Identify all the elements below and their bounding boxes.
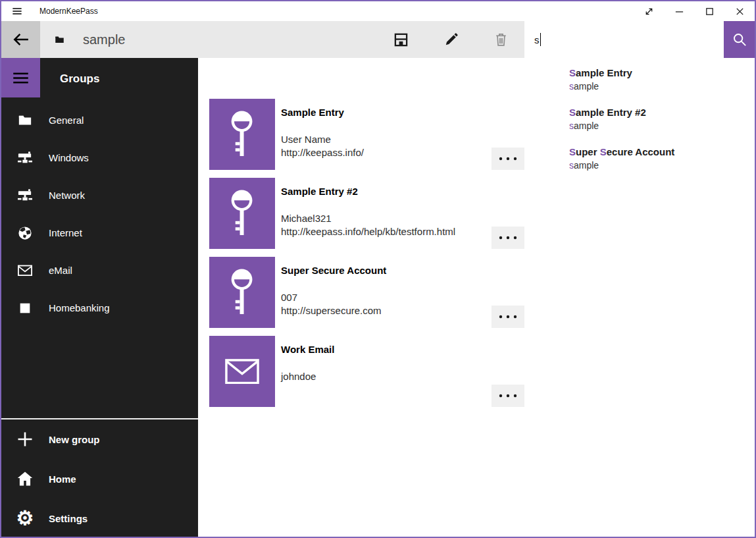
nav-pane-button[interactable]: [1, 58, 40, 97]
sidebar-item-home[interactable]: Home: [1, 459, 198, 498]
entry-more-button[interactable]: [491, 306, 524, 328]
sidebar-item-label: Homebanking: [49, 302, 110, 313]
entry-username: User Name: [281, 133, 364, 146]
sidebar: Groups GeneralWindowsNetworkInterneteMai…: [1, 58, 198, 537]
sidebar-item-settings[interactable]: ⚙Settings: [1, 498, 198, 538]
app-window: ModernKeePass sample s Groups GeneralWin…: [0, 0, 756, 538]
entry-username: johndoe: [281, 370, 334, 383]
ellipsis-icon: [498, 156, 518, 161]
maximize-icon: [705, 7, 715, 16]
group-list: GeneralWindowsNetworkInterneteMailHomeba…: [1, 101, 198, 327]
globe-icon: [17, 226, 33, 240]
folder-icon: [17, 113, 33, 128]
window-controls: [634, 1, 755, 21]
sidebar-item-network[interactable]: Network: [1, 176, 198, 214]
entry-icon-tile: [209, 336, 275, 407]
entry-title: Sample Entry #2: [281, 186, 455, 197]
key-icon: [226, 109, 257, 159]
trash-icon: [493, 32, 509, 47]
title-bar: ModernKeePass: [1, 1, 755, 21]
save-button[interactable]: [384, 21, 417, 58]
entry-text: Sample EntryUser Namehttp://keepass.info…: [281, 99, 364, 170]
back-arrow-icon: [13, 31, 30, 48]
search-icon: [732, 32, 747, 47]
folder-icon: [55, 35, 64, 45]
pencil-icon: [443, 32, 459, 47]
back-button[interactable]: [1, 21, 40, 58]
entry-url: http://keepass.info/: [281, 146, 364, 159]
entry-url: http://keepass.info/help/kb/testform.htm…: [281, 225, 455, 238]
minimize-icon: [674, 7, 684, 16]
entry-more-button[interactable]: [491, 227, 524, 249]
minimize-button[interactable]: [664, 1, 694, 21]
fullscreen-icon: [644, 7, 654, 16]
suggestion-subtitle: sample: [569, 159, 755, 172]
square-icon: [17, 301, 33, 315]
entry-title: Sample Entry: [281, 107, 364, 118]
appbar-actions: [384, 21, 517, 58]
search-suggestion[interactable]: Sample Entry #2sample: [569, 106, 755, 146]
sidebar-item-label: New group: [49, 434, 100, 445]
sidebar-item-label: eMail: [49, 265, 72, 276]
entry-more-button[interactable]: [491, 385, 524, 407]
maximize-button[interactable]: [694, 1, 724, 21]
entry-row[interactable]: Work Emailjohndoe: [209, 336, 524, 407]
entry-icon-tile: [209, 257, 275, 328]
sidebar-item-email[interactable]: eMail: [1, 252, 198, 289]
sidebar-item-general[interactable]: General: [1, 101, 198, 139]
entry-text: Work Emailjohndoe: [281, 336, 334, 407]
search-button[interactable]: [724, 21, 755, 58]
envelope-icon: [225, 359, 259, 384]
ellipsis-icon: [498, 314, 518, 319]
key-icon: [226, 267, 257, 317]
delete-button: [484, 21, 517, 58]
sidebar-item-label: Network: [49, 190, 85, 201]
mail-icon: [17, 265, 33, 277]
sidebar-item-new-group[interactable]: New group: [1, 419, 198, 459]
suggestion-subtitle: sample: [569, 119, 755, 132]
sidebar-bottom-actions: New groupHome⚙Settings: [1, 418, 198, 537]
entry-row[interactable]: Sample Entry #2Michael321http://keepass.…: [209, 178, 524, 249]
entry-list: Sample EntryUser Namehttp://keepass.info…: [209, 99, 524, 415]
entry-url: http://supersecure.com: [281, 304, 386, 317]
search-suggestion[interactable]: Sample Entrysample: [569, 67, 755, 106]
entry-more-button[interactable]: [491, 148, 524, 170]
suggestion-title: Sample Entry #2: [569, 106, 755, 119]
entry-row[interactable]: Sample EntryUser Namehttp://keepass.info…: [209, 99, 524, 170]
network-icon: [17, 188, 33, 203]
suggestion-title: Super Secure Account: [569, 146, 755, 159]
suggestion-subtitle: sample: [569, 80, 755, 93]
search-input[interactable]: s: [524, 21, 724, 58]
ellipsis-icon: [498, 393, 518, 398]
sidebar-item-label: Internet: [49, 227, 82, 238]
close-button[interactable]: [724, 1, 755, 21]
sidebar-item-windows[interactable]: Windows: [1, 139, 198, 176]
sidebar-item-homebanking[interactable]: Homebanking: [1, 289, 198, 327]
close-icon: [735, 7, 745, 16]
entry-username: 007: [281, 291, 386, 304]
entry-icon-tile: [209, 99, 275, 170]
entry-text: Sample Entry #2Michael321http://keepass.…: [281, 178, 455, 249]
entry-text: Super Secure Account007http://supersecur…: [281, 257, 386, 328]
key-icon: [226, 188, 257, 238]
entry-title: Work Email: [281, 344, 334, 355]
entry-title: Super Secure Account: [281, 265, 386, 276]
edit-button[interactable]: [434, 21, 467, 58]
suggestion-title: Sample Entry: [569, 67, 755, 80]
database-title: sample: [83, 32, 125, 47]
fullscreen-button[interactable]: [634, 1, 664, 21]
home-icon: [17, 471, 33, 487]
sidebar-item-internet[interactable]: Internet: [1, 214, 198, 252]
search-suggestions-popup: Sample EntrysampleSample Entry #2sampleS…: [524, 58, 755, 192]
search-suggestion[interactable]: Super Secure Accountsample: [569, 146, 755, 185]
entry-row[interactable]: Super Secure Account007http://supersecur…: [209, 257, 524, 328]
hamburger-icon[interactable]: [12, 6, 22, 16]
sidebar-item-label: General: [49, 115, 84, 126]
ellipsis-icon: [498, 235, 518, 240]
save-icon: [393, 32, 409, 47]
command-bar: sample s: [1, 21, 755, 58]
sidebar-item-label: Windows: [49, 152, 89, 163]
gear-icon: ⚙: [17, 508, 33, 528]
sidebar-item-label: Home: [49, 473, 76, 485]
hamburger-icon: [12, 69, 30, 87]
